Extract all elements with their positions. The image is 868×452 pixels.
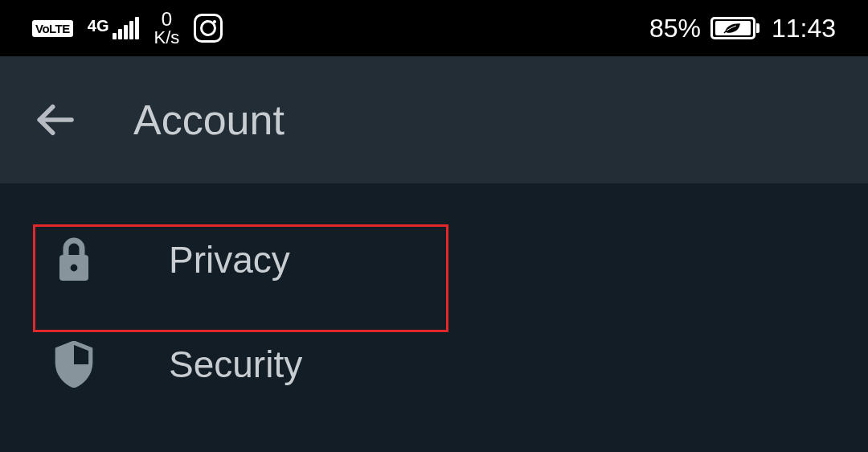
volte-badge: VoLTE [32,20,73,37]
status-bar: VoLTE 4G 0 K/s 85% 1 [0,0,868,56]
list-item-label: Privacy [169,238,290,281]
battery-percent: 85% [649,14,701,43]
page-title: Account [133,96,285,144]
network-indicator: 4G [88,17,140,39]
back-button[interactable] [26,91,84,149]
shield-icon [51,341,96,388]
list-item-privacy[interactable]: Privacy [0,208,868,312]
leaf-icon [723,23,743,34]
list-item-label: Security [169,343,302,386]
network-type-label: 4G [88,17,109,35]
svg-point-2 [71,265,78,272]
signal-bars-icon [113,17,139,39]
arrow-left-icon [32,97,77,142]
network-speed: 0 K/s [154,10,179,47]
speed-value: 0 [162,10,172,29]
speed-unit: K/s [154,29,179,47]
settings-list: Privacy Security [0,183,868,417]
battery-icon [710,17,755,39]
status-bar-right: 85% 11:43 [649,14,836,43]
status-bar-left: VoLTE 4G 0 K/s [32,10,223,47]
lock-icon [51,237,96,282]
list-item-security[interactable]: Security [0,312,868,417]
app-bar: Account [0,56,868,183]
instagram-icon [194,14,223,43]
clock: 11:43 [772,14,836,43]
battery-fill [715,21,751,35]
